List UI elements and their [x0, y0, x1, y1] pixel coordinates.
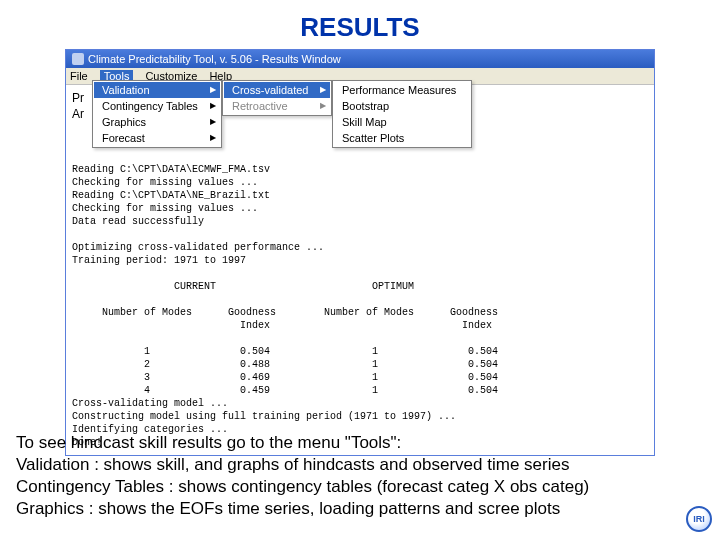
caption-line: Graphics : shows the EOFs time series, l…: [16, 498, 704, 520]
console-output: Reading C:\CPT\DATA\ECMWF_FMA.tsv Checki…: [66, 159, 654, 455]
caption-line: Validation : shows skill, and graphs of …: [16, 454, 704, 476]
background-panel-text: Pr Ar: [72, 90, 84, 122]
caption-span: To see hindcast skill results go to the …: [16, 433, 345, 452]
menu-item-scatter-plots[interactable]: Scatter Plots: [334, 130, 470, 146]
menu-file[interactable]: File: [70, 70, 88, 82]
validation-dropdown[interactable]: Cross-validated Retroactive: [222, 80, 332, 116]
menu-item-skill-map[interactable]: Skill Map: [334, 114, 470, 130]
caption-span: :: [397, 433, 402, 452]
app-icon: [72, 53, 84, 65]
menu-item-retroactive[interactable]: Retroactive: [224, 98, 330, 114]
menu-item-graphics[interactable]: Graphics: [94, 114, 220, 130]
cross-validated-dropdown[interactable]: Performance Measures Bootstrap Skill Map…: [332, 80, 472, 148]
tools-word: "Tools": [345, 433, 397, 452]
menu-item-validation[interactable]: Validation: [94, 82, 220, 98]
slide-title: RESULTS: [0, 0, 720, 49]
caption-text: To see hindcast skill results go to the …: [16, 432, 704, 520]
app-window: Climate Predictability Tool, v. 5.06 - R…: [65, 49, 655, 456]
menu-item-bootstrap[interactable]: Bootstrap: [334, 98, 470, 114]
titlebar: Climate Predictability Tool, v. 5.06 - R…: [66, 50, 654, 68]
bg-line: Pr: [72, 90, 84, 106]
caption-line: Contingency Tables : shows contingency t…: [16, 476, 704, 498]
menu-item-contingency-tables[interactable]: Contingency Tables: [94, 98, 220, 114]
bg-line: Ar: [72, 106, 84, 122]
menu-item-cross-validated[interactable]: Cross-validated: [224, 82, 330, 98]
caption-line: To see hindcast skill results go to the …: [16, 432, 704, 454]
window-title: Climate Predictability Tool, v. 5.06 - R…: [88, 53, 341, 65]
iri-logo-icon: IRI: [686, 506, 712, 532]
menu-item-performance-measures[interactable]: Performance Measures: [334, 82, 470, 98]
tools-dropdown[interactable]: Validation Contingency Tables Graphics F…: [92, 80, 222, 148]
menu-item-forecast[interactable]: Forecast: [94, 130, 220, 146]
